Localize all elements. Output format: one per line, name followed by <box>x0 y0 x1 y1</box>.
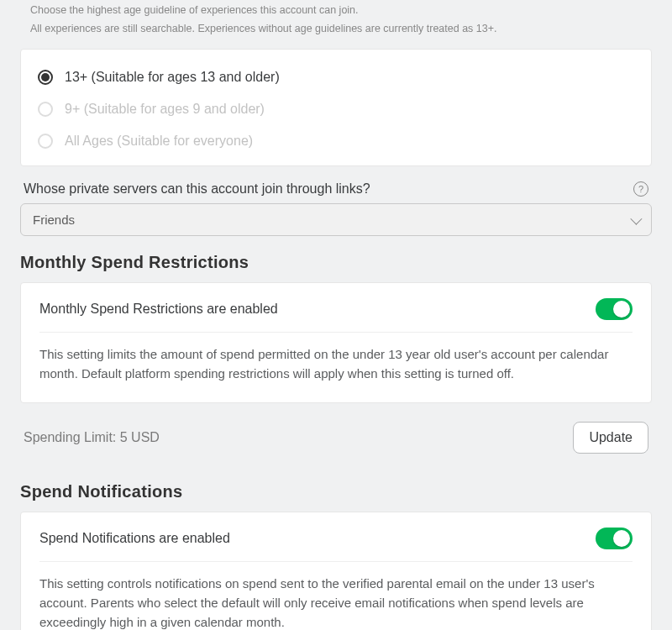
monthly-spend-header: Monthly Spend Restrictions are enabled <box>39 298 633 333</box>
spend-notifications-toggle[interactable] <box>596 528 633 549</box>
spend-notifications-description: This setting controls notifications on s… <box>39 574 633 631</box>
chevron-down-icon <box>630 213 642 224</box>
age-option-label: 13+ (Suitable for ages 13 and older) <box>65 70 280 85</box>
spending-limit-text: Spending Limit: 5 USD <box>24 430 160 445</box>
spending-limit-row: Spending Limit: 5 USD Update <box>20 418 652 462</box>
radio-icon <box>38 70 53 85</box>
age-option-label: All Ages (Suitable for everyone) <box>65 134 253 149</box>
spend-notifications-title: Spend Notifications <box>20 482 652 501</box>
monthly-spend-toggle-label: Monthly Spend Restrictions are enabled <box>39 302 278 317</box>
monthly-spend-toggle[interactable] <box>596 298 633 320</box>
settings-page: Choose the highest age guideline of expe… <box>0 0 672 630</box>
monthly-spend-description: This setting limits the amount of spend … <box>39 344 633 384</box>
radio-icon <box>38 134 53 149</box>
age-guideline-intro-1: Choose the highest age guideline of expe… <box>20 0 652 18</box>
spend-notifications-toggle-label: Spend Notifications are enabled <box>39 531 230 546</box>
age-option-13-plus[interactable]: 13+ (Suitable for ages 13 and older) <box>38 61 634 93</box>
monthly-spend-card: Monthly Spend Restrictions are enabled T… <box>20 282 652 403</box>
spend-notifications-card: Spend Notifications are enabled This set… <box>20 512 652 631</box>
age-guideline-intro-2: All experiences are still searchable. Ex… <box>20 18 652 37</box>
age-guideline-options: 13+ (Suitable for ages 13 and older) 9+ … <box>20 49 652 166</box>
private-servers-label: Whose private servers can this account j… <box>24 181 370 197</box>
age-option-label: 9+ (Suitable for ages 9 and older) <box>65 102 265 117</box>
monthly-spend-title: Monthly Spend Restrictions <box>20 253 652 272</box>
radio-icon <box>38 102 53 117</box>
help-icon[interactable]: ? <box>633 181 648 197</box>
private-servers-select[interactable]: Friends <box>20 203 652 236</box>
private-servers-label-row: Whose private servers can this account j… <box>20 181 652 203</box>
spend-notifications-header: Spend Notifications are enabled <box>39 528 633 562</box>
age-option-all-ages[interactable]: All Ages (Suitable for everyone) <box>38 125 634 157</box>
update-button[interactable]: Update <box>573 422 648 454</box>
private-servers-selected-value: Friends <box>33 213 75 227</box>
age-option-9-plus[interactable]: 9+ (Suitable for ages 9 and older) <box>38 93 634 125</box>
